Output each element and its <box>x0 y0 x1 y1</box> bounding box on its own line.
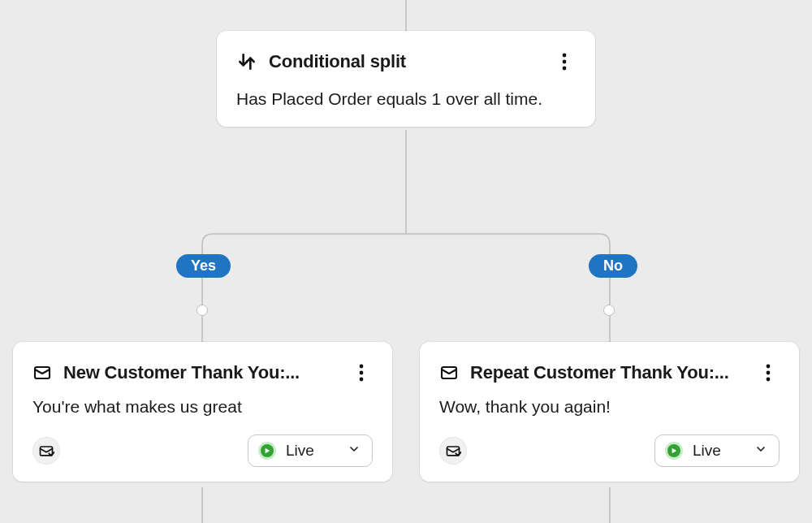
split-menu-button[interactable] <box>553 50 576 73</box>
svg-point-9 <box>767 365 771 369</box>
email-card-yes[interactable]: New Customer Thank You:... You're what m… <box>13 342 392 482</box>
status-live-icon <box>665 442 683 460</box>
conditional-split-card[interactable]: Conditional split Has Placed Order equal… <box>217 31 595 127</box>
email-icon <box>439 363 459 383</box>
svg-point-10 <box>767 371 771 375</box>
email-subject-no: Wow, thank you again! <box>439 397 780 417</box>
add-step-node-no[interactable] <box>603 305 615 316</box>
status-selector-no[interactable]: Live <box>654 434 780 467</box>
chevron-down-icon <box>754 443 767 459</box>
branch-pill-yes: Yes <box>176 254 231 278</box>
email-menu-button-yes[interactable] <box>350 361 373 384</box>
svg-point-6 <box>360 378 364 382</box>
email-menu-button-no[interactable] <box>757 361 780 384</box>
email-subject-yes: You're what makes us great <box>32 397 373 417</box>
email-title-no: Repeat Customer Thank You:... <box>470 362 745 383</box>
svg-point-4 <box>360 365 364 369</box>
split-condition-text: Has Placed Order equals 1 over all time. <box>236 89 576 109</box>
branch-pill-no: No <box>589 254 637 278</box>
status-live-icon <box>258 442 276 460</box>
status-selector-yes[interactable]: Live <box>248 434 373 467</box>
status-text-no: Live <box>693 442 745 460</box>
add-step-node-yes[interactable] <box>197 305 208 316</box>
svg-point-0 <box>563 54 567 58</box>
email-icon <box>32 363 52 383</box>
svg-point-11 <box>767 378 771 382</box>
smart-send-icon-no[interactable] <box>439 437 467 465</box>
email-card-no[interactable]: Repeat Customer Thank You:... Wow, thank… <box>420 342 799 482</box>
svg-point-1 <box>563 60 567 64</box>
svg-point-2 <box>563 67 567 71</box>
email-title-yes: New Customer Thank You:... <box>63 362 339 383</box>
split-icon <box>236 51 257 72</box>
chevron-down-icon <box>348 443 361 459</box>
smart-send-icon-yes[interactable] <box>32 437 60 465</box>
status-text-yes: Live <box>286 442 338 460</box>
svg-point-5 <box>360 371 364 375</box>
split-title: Conditional split <box>269 51 542 72</box>
